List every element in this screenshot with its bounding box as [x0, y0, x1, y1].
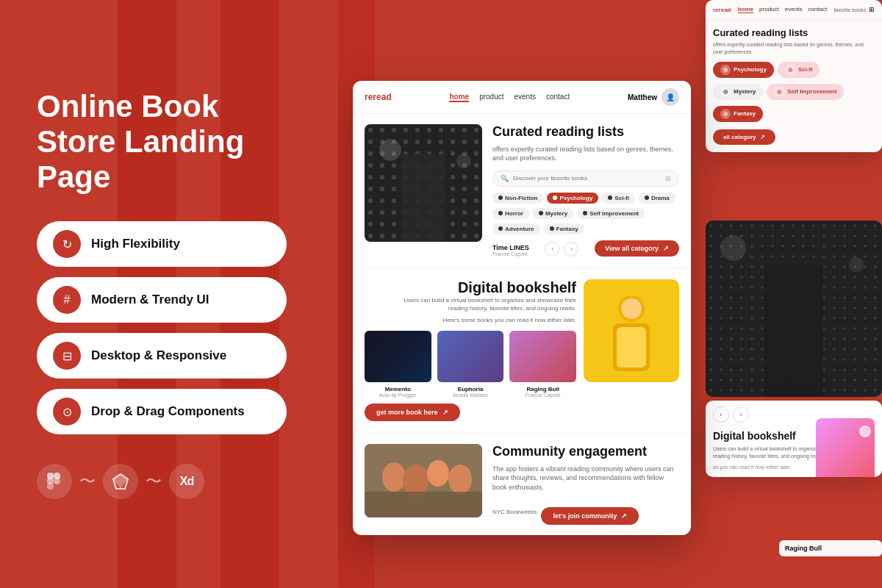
panel-nav-contact[interactable]: contact — [808, 6, 827, 13]
feature-label: Modern & Trendy UI — [91, 293, 209, 307]
panel-curated-title: Curated reading lists — [713, 27, 875, 38]
panel-nav-home[interactable]: home — [738, 6, 753, 13]
tag-fantasy[interactable]: Fantasy — [544, 223, 584, 234]
nav-contact[interactable]: contact — [546, 93, 570, 102]
book-cover-raging — [509, 331, 576, 382]
panel-right-user: favorite books ⊞ — [833, 6, 875, 13]
dark-panel-circle2 — [849, 257, 864, 272]
tool-logos: 〜 〜 Xd — [37, 464, 301, 499]
panel-right-navbar: reread home product events contact favor… — [706, 0, 882, 20]
community-desc: The app fosters a vibrant reading commun… — [492, 465, 679, 492]
user-avatar: 👤 — [662, 88, 679, 106]
tag-mystery[interactable]: Mystery — [533, 208, 573, 219]
feature-label: Desktop & Responsive — [91, 348, 226, 363]
browser-user: Matthew 👤 — [628, 88, 679, 106]
timeline-book-author: Francie Capote — [492, 251, 529, 257]
yellow-promo-box — [584, 279, 679, 382]
nav-product[interactable]: product — [479, 93, 503, 102]
svg-point-15 — [448, 465, 472, 494]
svg-rect-9 — [617, 327, 646, 368]
modern-trendy-icon: # — [53, 286, 81, 314]
high-flexibility-icon: ↻ — [53, 230, 81, 258]
tag-sci-fi[interactable]: Sci-fi — [602, 193, 635, 204]
browser-menu: home product events contact — [449, 93, 570, 102]
fav-tag-self-improvement[interactable]: ◎ Self Improvement — [767, 84, 844, 100]
prev-arrow[interactable]: ‹ — [545, 242, 559, 257]
desktop-icon: ⊟ — [53, 342, 81, 370]
book-name-raging: Raging Bull — [509, 386, 576, 392]
search-bar[interactable]: 🔍 ⊞ — [492, 171, 679, 187]
book-timeline: Time LINES Francie Capote ‹ › View all c… — [492, 240, 679, 257]
panel-raging-book: ♡ — [816, 418, 875, 477]
panel-right-top: reread home product events contact favor… — [706, 0, 882, 152]
panel-nav-events[interactable]: events — [785, 6, 803, 13]
section-curated: Curated reading lists offers expertly cu… — [353, 114, 691, 268]
search-icon: 🔍 — [501, 175, 509, 182]
fav-books-row3: ◎ Fantasy — [713, 106, 875, 122]
panel-favorite-label: favorite books — [833, 7, 866, 12]
panel-nav-product[interactable]: product — [759, 6, 779, 13]
right-panel: reread home product events contact Matth… — [338, 0, 882, 588]
arrow-icon: ↗ — [442, 409, 448, 416]
browser-main-mockup: reread home product events contact Matth… — [353, 81, 691, 535]
tag-adventure[interactable]: Adventure — [492, 223, 540, 234]
digital-title: Digital bookshelf — [365, 279, 576, 296]
book-author-raging: Francie Capote — [509, 392, 576, 398]
nav-home[interactable]: home — [449, 93, 469, 102]
svg-point-14 — [427, 460, 449, 487]
mystery-icon: ◎ — [720, 87, 731, 97]
community-caption-row: NYC Bookweebs let's join community ↗ — [492, 500, 679, 525]
svg-point-10 — [621, 298, 642, 319]
panel-grid-icon: ⊞ — [869, 6, 875, 13]
browser-navbar: reread home product events contact Matth… — [353, 81, 691, 114]
digital-desc: Users can build a virtual bookshelf to o… — [385, 296, 576, 312]
section-community: Community engagement The app fosters a v… — [353, 434, 691, 534]
panel-logo: reread — [713, 7, 731, 13]
book-cover-euphoria — [437, 331, 504, 382]
panel-prev-arrow[interactable]: ‹ — [713, 406, 729, 423]
book-card-raging: Raging Bull Francie Capote — [509, 331, 576, 398]
get-more-button[interactable]: get more book here ↗ — [365, 404, 460, 421]
join-community-button[interactable]: let's join community ↗ — [541, 507, 639, 525]
tag-drama[interactable]: Drama — [639, 193, 675, 204]
tag-horror[interactable]: Horror — [492, 208, 529, 219]
fav-tag-psychology[interactable]: ◎ Psychology — [713, 62, 774, 78]
genre-tags-row3: Adventure Fantasy — [492, 223, 679, 234]
tag-non-fiction[interactable]: Non-Fiction — [492, 193, 543, 204]
tag-self-improvement[interactable]: Self Improvement — [577, 208, 645, 219]
xd-logo: Xd — [169, 464, 204, 499]
fav-tag-mystery[interactable]: ◎ Mystery — [713, 84, 763, 100]
view-all-button[interactable]: View all category ↗ — [595, 240, 679, 257]
nav-events[interactable]: events — [514, 93, 536, 102]
tag-psychology[interactable]: Psychology — [547, 193, 598, 204]
panel-dark-book-image — [706, 220, 882, 397]
book-name-memento: Memento — [365, 386, 431, 392]
panel-next-arrow[interactable]: › — [733, 406, 749, 423]
search-input[interactable] — [513, 175, 661, 182]
raging-bull-label: Raging Bull — [779, 540, 882, 556]
arrow-icon: ↗ — [760, 134, 765, 140]
community-text-area: Community engagement The app fosters a v… — [492, 444, 679, 524]
genre-tags-row2: Horror Mystery Self Improvement — [492, 208, 679, 219]
arrow-icon: ↗ — [663, 245, 669, 252]
next-arrow[interactable]: › — [564, 242, 578, 257]
feature-item-high-flexibility: ↻ High Flexibility — [37, 221, 287, 267]
fav-tag-fantasy[interactable]: ◎ Fantasy — [713, 106, 763, 122]
heart-icon: ♡ — [859, 426, 871, 437]
feature-item-desktop: ⊟ Desktop & Responsive — [37, 333, 287, 379]
genre-tags-row1: Non-Fiction Psychology Sci-fi Drama — [492, 193, 679, 204]
books-grid: Memento Auto by Progger Euphoria Amelia … — [365, 331, 576, 398]
panel-curated-desc: offers expertly curated reading lists ba… — [713, 41, 875, 56]
fav-tag-sci-fi[interactable]: ◎ Sci-fi — [778, 62, 820, 78]
all-category-button[interactable]: all category ↗ — [713, 129, 775, 145]
community-image — [365, 444, 482, 517]
main-title: Online Book Store Landing Page — [37, 89, 301, 196]
feature-label: High Flexibility — [91, 237, 180, 251]
curated-desc: offers expertly curated reading lists ba… — [492, 145, 679, 163]
panel-curated-content: Curated reading lists offers expertly cu… — [706, 20, 882, 152]
panel-right-menu: home product events contact — [738, 6, 827, 13]
self-improvement-icon: ◎ — [774, 87, 784, 97]
feature-list: ↻ High Flexibility # Modern & Trendy UI … — [37, 221, 301, 434]
left-panel: Online Book Store Landing Page ↻ High Fl… — [0, 0, 338, 588]
svg-rect-16 — [365, 492, 482, 517]
